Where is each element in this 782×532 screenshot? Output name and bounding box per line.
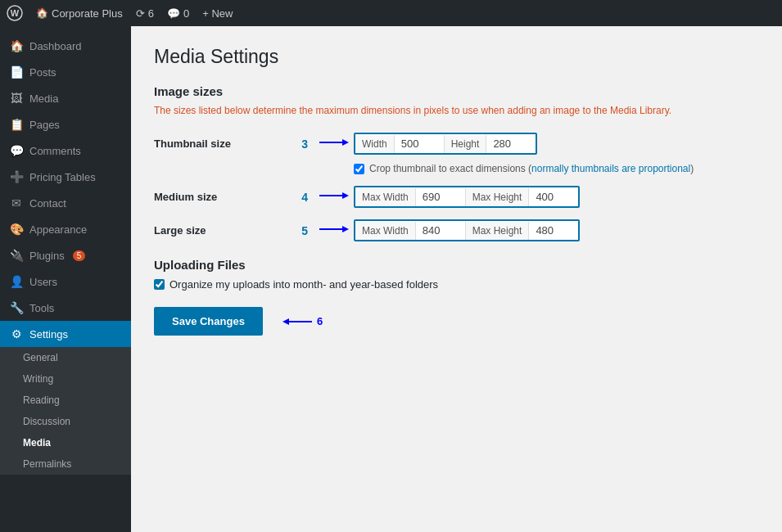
thumbnail-width-label: Width — [355, 135, 395, 153]
uploading-section: Uploading Files Organize my uploads into… — [154, 258, 759, 336]
large-max-width-input[interactable] — [416, 221, 465, 240]
uploading-title: Uploading Files — [154, 258, 759, 272]
sidebar-label-pages: Pages — [29, 119, 60, 131]
sidebar-label-contact: Contact — [29, 197, 66, 210]
submenu-item-media[interactable]: Media ← 2 — [0, 432, 131, 453]
image-sizes-section: Image sizes The sizes listed below deter… — [154, 84, 759, 241]
main-content: Media Settings Image sizes The sizes lis… — [131, 26, 782, 532]
submenu-item-reading[interactable]: Reading — [0, 390, 131, 411]
sidebar-item-users[interactable]: 👤 Users — [0, 268, 131, 295]
submenu-item-discussion[interactable]: Discussion — [0, 411, 131, 432]
svg-marker-7 — [342, 226, 349, 232]
thumbnail-size-inputs: Width Height — [354, 133, 537, 155]
medium-max-height-label: Max Height — [465, 188, 530, 206]
sidebar-item-posts[interactable]: 📄 Posts — [0, 59, 131, 85]
large-row: Large size 5 Max Width Max Height — [154, 219, 759, 241]
image-sizes-description: The sizes listed below determine the max… — [154, 105, 759, 116]
pricing-icon: ➕ — [10, 170, 23, 183]
large-size-inputs: Max Width Max Height — [354, 219, 580, 241]
medium-max-height-input[interactable] — [529, 187, 578, 206]
sidebar-item-media[interactable]: 🖼 Media — [0, 85, 131, 111]
thumbnail-width-input[interactable] — [395, 134, 444, 153]
sidebar-item-pages[interactable]: 📋 Pages — [0, 111, 131, 138]
page-title: Media Settings — [154, 46, 759, 68]
submenu-item-general[interactable]: General — [0, 347, 131, 368]
site-name-label: Corporate Plus — [52, 7, 123, 20]
submenu-label-permalinks: Permalinks — [23, 458, 71, 470]
admin-bar: W 🏠 Corporate Plus ⟳ 6 💬 0 + New — [0, 0, 782, 26]
submenu-label-general: General — [23, 352, 58, 363]
large-annotation: 5 — [285, 224, 314, 237]
large-arrow — [314, 223, 354, 238]
thumbnail-height-label: Height — [444, 135, 487, 153]
plugins-badge: 5 — [73, 250, 86, 261]
wp-logo-item[interactable]: W — [7, 5, 23, 21]
thumbnail-height-input[interactable] — [486, 134, 536, 153]
plugins-icon: 🔌 — [10, 249, 23, 262]
submenu-label-media: Media — [23, 437, 51, 449]
posts-icon: 📄 — [10, 65, 23, 79]
medium-label: Medium size — [154, 191, 285, 203]
sidebar-item-tools[interactable]: 🔧 Tools — [0, 295, 131, 321]
svg-marker-3 — [342, 139, 349, 146]
medium-arrow — [314, 189, 354, 205]
sidebar-label-dashboard: Dashboard — [29, 40, 82, 52]
crop-checkbox-row: Crop thumbnail to exact dimensions (norm… — [354, 163, 759, 174]
sidebar-item-plugins[interactable]: 🔌 Plugins 5 — [0, 242, 131, 268]
medium-max-width-label: Max Width — [355, 188, 416, 206]
medium-annotation: 4 — [285, 191, 314, 204]
new-item[interactable]: + New — [202, 7, 233, 20]
submenu-item-permalinks[interactable]: Permalinks — [0, 453, 131, 475]
sidebar-item-pricing-tables[interactable]: ➕ Pricing Tables — [0, 164, 131, 190]
large-label: Large size — [154, 224, 285, 237]
image-sizes-title: Image sizes — [154, 84, 759, 98]
appearance-icon: 🎨 — [10, 223, 23, 236]
comments-item[interactable]: 💬 0 — [167, 7, 189, 20]
submenu-label-reading: Reading — [23, 394, 60, 406]
tools-icon: 🔧 — [10, 301, 23, 314]
save-annotation: 6 — [317, 315, 323, 327]
sidebar-label-media: Media — [29, 92, 58, 105]
dashboard-icon: 🏠 — [10, 39, 23, 52]
pages-icon: 📋 — [10, 118, 23, 131]
save-changes-button[interactable]: Save Changes — [154, 307, 263, 336]
sidebar-item-appearance[interactable]: 🎨 Appearance — [0, 216, 131, 242]
large-max-width-label: Max Width — [355, 222, 416, 240]
sidebar-item-contact[interactable]: ✉ Contact — [0, 190, 131, 216]
sidebar-item-comments[interactable]: 💬 Comments — [0, 138, 131, 164]
medium-max-width-input[interactable] — [416, 187, 465, 206]
crop-label: Crop thumbnail to exact dimensions (norm… — [369, 163, 694, 174]
large-max-height-label: Max Height — [465, 222, 530, 240]
medium-row: Medium size 4 Max Width Max Height — [154, 186, 759, 208]
comments-icon: 💬 — [10, 144, 23, 157]
sidebar-label-tools: Tools — [29, 302, 54, 314]
users-icon: 👤 — [10, 275, 23, 288]
sidebar-item-dashboard[interactable]: 🏠 Dashboard — [0, 33, 131, 59]
thumbnail-row: Thumbnail size 3 Width Height — [154, 133, 759, 155]
submenu-label-discussion: Discussion — [23, 416, 70, 427]
sidebar-item-settings[interactable]: ⚙ Settings ← 1 — [0, 321, 131, 347]
sidebar-label-users: Users — [29, 276, 57, 288]
comments-count: 0 — [183, 7, 189, 20]
crop-checkbox[interactable] — [354, 164, 364, 174]
uploads-checkbox[interactable] — [154, 279, 165, 290]
svg-marker-5 — [342, 192, 349, 199]
site-name-item[interactable]: 🏠 Corporate Plus — [36, 7, 123, 20]
sidebar: 🏠 Dashboard 📄 Posts 🖼 Media 📋 Pages 💬 Co… — [0, 26, 131, 532]
updates-count: 6 — [148, 7, 154, 20]
svg-text:W: W — [11, 8, 20, 18]
submenu-label-writing: Writing — [23, 373, 53, 385]
large-max-height-input[interactable] — [529, 221, 578, 240]
svg-marker-9 — [283, 318, 289, 325]
thumbnail-label: Thumbnail size — [154, 138, 285, 150]
save-button-row: Save Changes 6 — [154, 307, 759, 336]
uploads-checkbox-row: Organize my uploads into month- and year… — [154, 278, 759, 291]
updates-item[interactable]: ⟳ 6 — [136, 7, 154, 20]
submenu-item-writing[interactable]: Writing — [0, 368, 131, 390]
uploads-checkbox-label: Organize my uploads into month- and year… — [170, 278, 438, 291]
sidebar-label-settings: Settings — [29, 328, 68, 340]
thumbnail-arrow — [314, 136, 354, 151]
crop-highlight: normally thumbnails are proportional — [531, 163, 690, 174]
sidebar-label-posts: Posts — [29, 66, 57, 79]
medium-size-inputs: Max Width Max Height — [354, 186, 580, 208]
